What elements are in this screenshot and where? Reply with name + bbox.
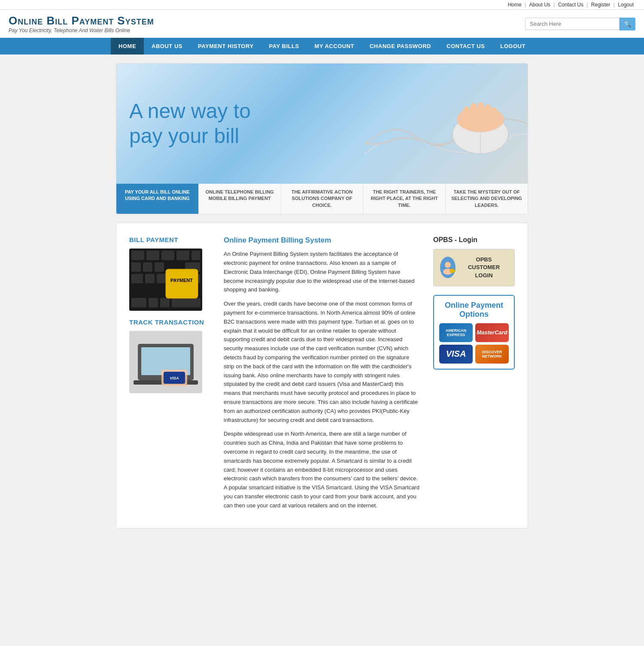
svg-rect-21 [145,274,155,283]
left-column: BILL PAYMENT [129,236,211,515]
main-wrapper: A new way to pay your bill [116,63,528,528]
hero-tab-4[interactable]: TAKE THE MYSTERY OUT OF SELECTING AND DE… [446,184,528,214]
content-section: BILL PAYMENT [116,223,528,528]
topbar-logout-link[interactable]: Logout [618,2,634,8]
svg-rect-13 [161,251,174,260]
customer-icon [440,257,456,278]
svg-point-37 [445,262,451,268]
hero-illustration [365,68,528,179]
nav-contact[interactable]: CONTACT US [439,38,492,55]
card-amex: AMERICANEXPRESS [439,323,473,342]
svg-rect-16 [131,262,141,272]
nav-about[interactable]: ABOUT US [144,38,190,55]
topbar-about-link[interactable]: About Us [529,2,550,8]
svg-rect-25 [149,298,158,307]
payment-image: PAYMENT [129,249,202,311]
hero-tab-0[interactable]: PAY YOUR ALL BILL ONLINE USING CARD AND … [116,184,199,214]
svg-rect-15 [191,251,200,260]
svg-point-9 [460,112,498,131]
nav-change-password[interactable]: CHANGE PASSWORD [362,38,439,55]
top-bar: Home | About Us | Contact Us | Register … [0,0,644,10]
content-para-1: An Online Payment Billing System system … [224,250,420,294]
hero-tab-3[interactable]: THE RIGHT TRAINERS, THE RIGHT PLACE, AT … [363,184,446,214]
nav-pay-bills[interactable]: PAY BILLS [261,38,307,55]
topbar-contact-link[interactable]: Contact Us [558,2,583,8]
logo-subtitle: Pay You Electricity, Telephone And Water… [9,27,154,33]
hero-tab-2[interactable]: THE AFFIRMATIVE ACTION SOLUTIONS COMPANY… [281,184,364,214]
search-input[interactable] [525,18,620,30]
card-discover: DISCOVERNETWORK [475,345,509,364]
header: Online Bill Payment System Pay You Elect… [0,10,644,38]
hero-tab-1[interactable]: ONLINE TELEPHONE BILLING MOBILE BILLING … [199,184,281,214]
svg-text:VISA: VISA [170,376,179,380]
nav-home[interactable]: HOME [111,38,144,55]
track-image: VISA [129,331,202,393]
card-visa: VISA [439,345,473,364]
customer-svg [440,260,456,275]
card-mastercard: MasterCard [475,323,509,342]
topbar-home-link[interactable]: Home [508,2,522,8]
svg-rect-11 [131,251,144,260]
svg-rect-18 [155,262,164,272]
track-svg: VISA [129,331,202,393]
payment-options-title: Online Payment Options [439,301,509,319]
nav-logout[interactable]: LOGOUT [492,38,533,55]
opbs-login-text: OPBS CUSTOMER LOGIN [460,256,508,279]
hero-heading: A new way to pay your bill [129,99,251,148]
logo-title: Online Bill Payment System [9,14,154,27]
svg-rect-26 [160,298,170,307]
svg-rect-17 [143,262,152,272]
payment-options-box: Online Payment Options AMERICANEXPRESS M… [433,295,515,370]
right-column: OPBS - Login OPBS CUSTOMER LOGIN [433,236,515,515]
logo-area: Online Bill Payment System Pay You Elect… [9,14,154,33]
content-para-3: Despite widespread use in North America,… [224,430,420,510]
svg-rect-14 [176,251,189,260]
nav-payment-history[interactable]: PAYMENT HISTORY [190,38,261,55]
svg-rect-40 [453,270,456,272]
svg-rect-22 [157,274,166,283]
opbs-login-box[interactable]: OPBS CUSTOMER LOGIN [433,249,515,286]
nav-my-account[interactable]: MY ACCOUNT [307,38,362,55]
bill-payment-title: BILL PAYMENT [129,236,211,243]
svg-rect-24 [131,298,146,307]
card-grid: AMERICANEXPRESS MasterCard VISA DISCOVER… [439,323,509,364]
hero-tabs: PAY YOUR ALL BILL ONLINE USING CARD AND … [116,184,528,214]
hero-banner: A new way to pay your bill [116,64,528,184]
keyboard-svg: PAYMENT [129,249,202,311]
login-title: OPBS - Login [433,236,515,244]
search-area: 🔍 [525,18,635,30]
hero-image [281,64,528,184]
main-nav: HOME ABOUT US PAYMENT HISTORY PAY BILLS … [0,38,644,55]
svg-rect-28 [166,269,198,298]
hero-text: A new way to pay your bill [129,99,251,148]
topbar-register-link[interactable]: Register [591,2,611,8]
hero-container: A new way to pay your bill [116,63,528,214]
svg-rect-12 [146,251,159,260]
svg-rect-20 [131,274,143,283]
track-transaction-title: TRACK TRANSACTION [129,318,211,326]
search-button[interactable]: 🔍 [620,18,635,30]
svg-text:PAYMENT: PAYMENT [170,278,193,283]
content-heading: Online Payment Billing System [224,236,420,245]
mid-column: Online Payment Billing System An Online … [224,236,420,515]
svg-rect-27 [172,298,200,307]
content-para-2: Over the years, credit cards have become… [224,300,420,425]
